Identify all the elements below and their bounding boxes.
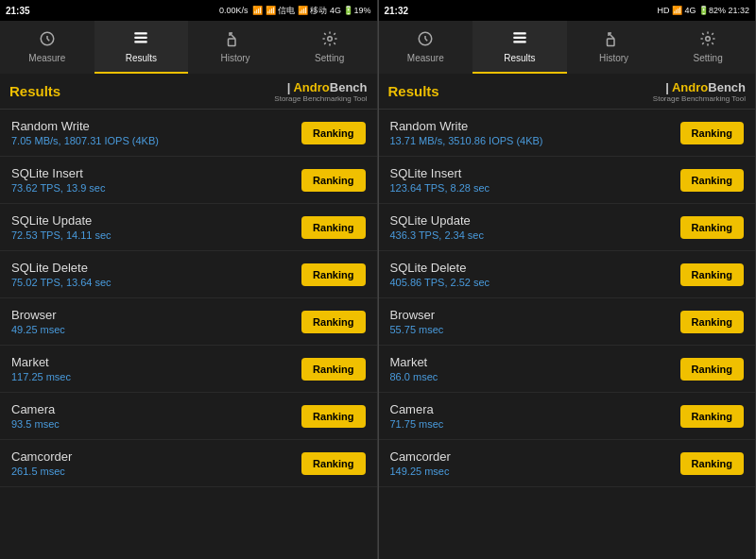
ranking-button[interactable]: Ranking — [680, 405, 744, 428]
ranking-button[interactable]: Ranking — [680, 169, 744, 192]
svg-rect-6 — [229, 39, 236, 46]
bench-list: Random Write 13.71 MB/s, 3510.86 IOPS (4… — [379, 110, 756, 559]
bench-item: Camcorder 149.25 msec Ranking — [379, 440, 756, 487]
bench-value: 123.64 TPS, 8.28 sec — [390, 182, 490, 194]
bench-name: SQLite Delete — [11, 261, 112, 275]
nav-item-results[interactable]: Results — [94, 21, 189, 74]
bench-info: SQLite Insert 73.62 TPS, 13.9 sec — [11, 166, 105, 194]
history-icon — [606, 30, 623, 50]
bench-item: Camcorder 261.5 msec Ranking — [0, 440, 377, 487]
svg-rect-5 — [135, 41, 148, 42]
bench-item: Camera 71.75 msec Ranking — [379, 393, 756, 440]
nav-item-results[interactable]: Results — [472, 21, 567, 74]
nav-item-history[interactable]: History — [567, 21, 662, 74]
nav-bar: Measure Results History Setting — [379, 21, 756, 74]
bench-info: SQLite Insert 123.64 TPS, 8.28 sec — [390, 166, 490, 194]
svg-rect-11 — [513, 32, 526, 34]
bench-value: 117.25 msec — [11, 371, 71, 382]
svg-rect-14 — [607, 39, 614, 46]
logo-subtitle: Storage Benchmarking Tool — [653, 94, 746, 103]
bench-info: Browser 55.75 msec — [390, 308, 444, 335]
bench-item: SQLite Insert 123.64 TPS, 8.28 sec Ranki… — [379, 157, 756, 204]
svg-rect-12 — [513, 36, 526, 38]
bench-item: Browser 49.25 msec Ranking — [0, 298, 377, 346]
ranking-button[interactable]: Ranking — [301, 216, 365, 239]
nav-item-setting[interactable]: Setting — [283, 21, 377, 74]
bench-value: 73.62 TPS, 13.9 sec — [11, 182, 105, 194]
bench-info: SQLite Delete 405.86 TPS, 2.52 sec — [390, 261, 490, 288]
status-time: 21:32 — [385, 6, 409, 16]
bench-value: 7.05 MB/s, 1807.31 IOPS (4KB) — [11, 135, 159, 146]
andro-logo: | AndroBench Storage Benchmarking Tool — [653, 80, 746, 103]
bench-name: Browser — [390, 308, 444, 322]
svg-point-15 — [706, 36, 711, 41]
bench-item: SQLite Delete 75.02 TPS, 13.64 sec Ranki… — [0, 251, 377, 298]
status-time: 21:35 — [6, 6, 30, 16]
ranking-button[interactable]: Ranking — [301, 405, 365, 428]
ranking-button[interactable]: Ranking — [680, 452, 744, 475]
nav-item-measure[interactable]: Measure — [379, 21, 473, 74]
bench-info: Browser 49.25 msec — [11, 308, 65, 335]
bench-item: Market 86.0 msec Ranking — [379, 346, 756, 393]
ranking-button[interactable]: Ranking — [680, 263, 744, 286]
bench-name: Camcorder — [11, 449, 72, 464]
history-icon — [227, 30, 244, 50]
results-header: Results | AndroBench Storage Benchmarkin… — [0, 74, 377, 110]
ranking-button[interactable]: Ranking — [301, 169, 365, 192]
svg-line-2 — [47, 39, 49, 41]
nav-label-results: Results — [126, 53, 157, 63]
bench-item: Camera 93.5 msec Ranking — [0, 393, 377, 440]
bench-info: Market 86.0 msec — [390, 355, 438, 382]
results-header: Results | AndroBench Storage Benchmarkin… — [379, 74, 756, 110]
ranking-button[interactable]: Ranking — [301, 311, 365, 333]
results-title: Results — [9, 83, 60, 99]
bench-value: 49.25 msec — [11, 324, 65, 335]
bench-info: SQLite Update 72.53 TPS, 14.11 sec — [11, 213, 112, 241]
ranking-button[interactable]: Ranking — [680, 358, 744, 381]
nav-label-measure: Measure — [28, 53, 65, 63]
bench-name: Camera — [390, 402, 444, 416]
bench-value: 75.02 TPS, 13.64 sec — [11, 277, 112, 288]
setting-icon — [699, 30, 716, 50]
ranking-button[interactable]: Ranking — [301, 263, 365, 286]
bench-item: SQLite Delete 405.86 TPS, 2.52 sec Ranki… — [379, 251, 756, 298]
svg-line-10 — [425, 39, 427, 41]
bench-item: SQLite Update 72.53 TPS, 14.11 sec Ranki… — [0, 204, 377, 251]
bench-item: Market 117.25 msec Ranking — [0, 346, 377, 393]
bench-value: 149.25 msec — [390, 466, 451, 477]
bench-value: 436.3 TPS, 2.34 sec — [390, 229, 484, 241]
bench-value: 261.5 msec — [11, 466, 72, 477]
nav-item-setting[interactable]: Setting — [661, 21, 755, 74]
status-icons: HD 📶 4G 🔋82% 21:32 — [657, 6, 749, 15]
ranking-button[interactable]: Ranking — [301, 358, 365, 381]
ranking-button[interactable]: Ranking — [680, 216, 744, 239]
status-bar: 21:35 0.00K/s 📶 📶 信电 📶 移动 4G 🔋19% — [0, 0, 377, 21]
bench-name: SQLite Insert — [390, 166, 490, 180]
results-icon — [132, 30, 149, 50]
measure-icon — [417, 30, 434, 50]
ranking-button[interactable]: Ranking — [680, 311, 744, 333]
nav-item-history[interactable]: History — [188, 21, 283, 74]
bench-item: SQLite Update 436.3 TPS, 2.34 sec Rankin… — [379, 204, 756, 251]
bench-name: Camcorder — [390, 449, 451, 464]
svg-rect-13 — [513, 41, 526, 42]
bench-name: Random Write — [11, 119, 159, 133]
bench-info: Random Write 13.71 MB/s, 3510.86 IOPS (4… — [390, 119, 543, 146]
nav-label-results: Results — [504, 53, 535, 63]
bench-item: Random Write 13.71 MB/s, 3510.86 IOPS (4… — [379, 110, 756, 157]
ranking-button[interactable]: Ranking — [301, 452, 365, 475]
andro-logo: | AndroBench Storage Benchmarking Tool — [274, 80, 367, 103]
nav-item-measure[interactable]: Measure — [0, 21, 94, 74]
bench-info: Random Write 7.05 MB/s, 1807.31 IOPS (4K… — [11, 119, 159, 146]
bench-item: SQLite Insert 73.62 TPS, 13.9 sec Rankin… — [0, 157, 377, 204]
bench-value: 55.75 msec — [390, 324, 444, 335]
ranking-button[interactable]: Ranking — [680, 122, 744, 144]
bench-name: SQLite Update — [11, 213, 112, 228]
svg-rect-4 — [135, 36, 148, 38]
nav-label-setting: Setting — [694, 53, 723, 63]
bench-info: Market 117.25 msec — [11, 355, 71, 382]
bench-value: 93.5 msec — [11, 418, 60, 430]
setting-icon — [321, 30, 338, 50]
ranking-button[interactable]: Ranking — [301, 122, 365, 144]
bench-name: Random Write — [390, 119, 543, 133]
